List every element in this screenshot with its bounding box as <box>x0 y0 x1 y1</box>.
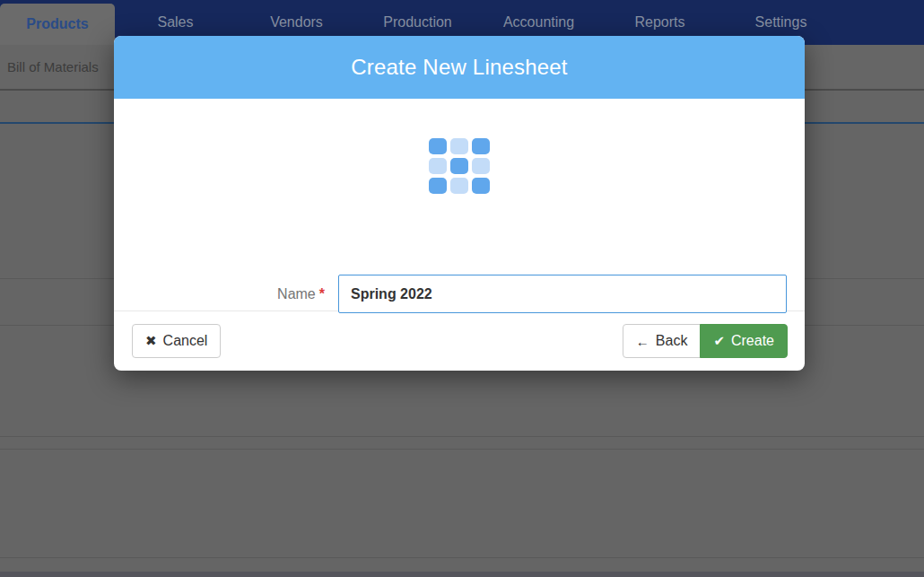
create-linesheet-modal: Create New Linesheet Name* ✖ Cancel ← Ba… <box>114 36 805 371</box>
grid-icon-cell <box>429 158 447 174</box>
breadcrumb[interactable]: Bill of Materials <box>7 59 99 74</box>
grid-icon-cell <box>429 178 447 194</box>
table-row-line <box>0 557 924 558</box>
grid-icon-cell <box>472 178 490 194</box>
table-row-line <box>0 449 924 450</box>
back-button-label: Back <box>656 333 688 349</box>
x-icon: ✖ <box>145 333 157 349</box>
left-arrow-icon: ← <box>636 334 649 349</box>
modal-header: Create New Linesheet <box>114 36 805 99</box>
name-field-row: Name* <box>114 275 805 313</box>
page-footer-band <box>0 572 924 577</box>
create-button-label: Create <box>731 333 774 349</box>
grid-icon-cell <box>450 158 468 174</box>
modal-body: Name* <box>114 99 805 310</box>
grid-icon-cell <box>450 138 468 154</box>
name-field-label: Name* <box>114 286 325 302</box>
grid-icon-cell <box>472 138 490 154</box>
modal-footer: ✖ Cancel ← Back ✔ Create <box>114 310 805 371</box>
cancel-button[interactable]: ✖ Cancel <box>132 324 221 358</box>
grid-icon-cell <box>472 158 490 174</box>
grid-icon-cell <box>429 138 447 154</box>
required-asterisk: * <box>319 286 325 302</box>
create-button[interactable]: ✔ Create <box>700 324 788 358</box>
checkmark-icon: ✔ <box>713 333 725 349</box>
back-button[interactable]: ← Back <box>623 324 702 358</box>
table-row-line <box>0 436 924 437</box>
cancel-button-label: Cancel <box>163 333 208 349</box>
grid-icon-cell <box>450 178 468 194</box>
nav-spacer <box>841 0 924 45</box>
name-input[interactable] <box>338 275 787 313</box>
nav-tab-products[interactable]: Products <box>0 4 115 45</box>
blue-grid-icon <box>429 138 490 194</box>
modal-title: Create New Linesheet <box>351 55 567 80</box>
name-label-text: Name <box>277 286 316 302</box>
